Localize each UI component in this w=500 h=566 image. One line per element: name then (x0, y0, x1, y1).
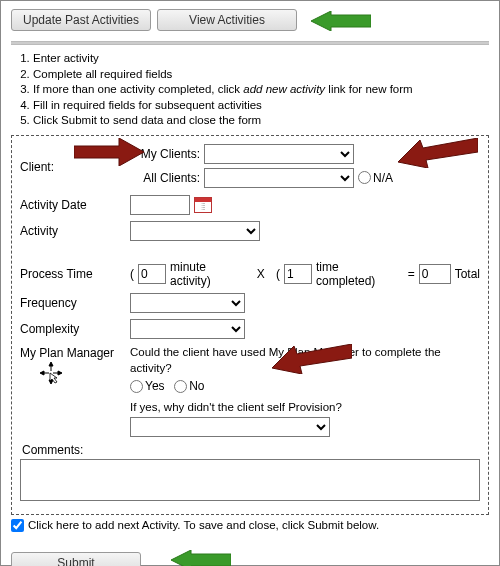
comments-textarea[interactable] (20, 459, 480, 501)
instruction-item: If more than one activity completed, cli… (33, 82, 489, 98)
instruction-item: Complete all required fields (33, 67, 489, 83)
complexity-select[interactable] (130, 319, 245, 339)
svg-marker-2 (398, 138, 478, 168)
frequency-label: Frequency (20, 296, 130, 310)
mpm-no-radio[interactable] (174, 380, 187, 393)
add-next-activity-label: Click here to add next Activity. To save… (28, 519, 379, 531)
instructions-list: Enter activity Complete all required fie… (33, 51, 489, 129)
all-clients-select[interactable] (204, 168, 354, 188)
annotation-arrow-green-icon (311, 11, 371, 34)
svg-marker-7 (58, 371, 62, 375)
svg-marker-1 (74, 138, 144, 166)
divider (11, 41, 489, 45)
submit-button[interactable]: Submit (11, 552, 141, 566)
svg-marker-4 (49, 362, 53, 366)
activity-date-input[interactable] (130, 195, 190, 215)
activity-label: Activity (20, 224, 130, 238)
svg-marker-8 (171, 550, 231, 566)
na-radio[interactable] (358, 171, 371, 184)
move-cursor-icon (40, 362, 62, 384)
annotation-arrow-red-icon (272, 344, 352, 374)
mpm-question2: If yes, why didn't the client self Provi… (130, 399, 342, 415)
svg-marker-0 (311, 11, 371, 31)
instruction-item: Enter activity (33, 51, 489, 67)
add-next-activity-checkbox[interactable] (11, 519, 24, 532)
activity-form: Client: My Clients: All Clients: N/A Act… (11, 135, 489, 515)
frequency-select[interactable] (130, 293, 245, 313)
all-clients-label: All Clients: (130, 171, 200, 185)
annotation-arrow-red-icon (74, 138, 144, 166)
calendar-icon[interactable]: :::::: (194, 197, 212, 213)
process-time-label: Process Time (20, 267, 130, 281)
time-completed-input[interactable] (284, 264, 312, 284)
total-input[interactable] (419, 264, 451, 284)
svg-marker-5 (49, 380, 53, 384)
instruction-item: Fill in required fields for subsequent a… (33, 98, 489, 114)
activity-date-label: Activity Date (20, 198, 130, 212)
svg-marker-3 (272, 344, 352, 374)
mpm-yes-radio[interactable] (130, 380, 143, 393)
update-past-activities-button[interactable]: Update Past Activities (11, 9, 151, 31)
my-clients-select[interactable] (204, 144, 354, 164)
minute-activity-input[interactable] (138, 264, 166, 284)
complexity-label: Complexity (20, 322, 130, 336)
mpm-reason-select[interactable] (130, 417, 330, 437)
annotation-arrow-red-icon (398, 138, 478, 168)
view-activities-button[interactable]: View Activities (157, 9, 297, 31)
my-plan-manager-label: My Plan Manager (20, 346, 114, 360)
comments-label: Comments: (22, 443, 480, 457)
activity-select[interactable] (130, 221, 260, 241)
annotation-arrow-green-icon (171, 550, 231, 566)
na-label: N/A (373, 171, 393, 185)
svg-marker-6 (40, 371, 44, 375)
instruction-item: Click Submit to send data and close the … (33, 113, 489, 129)
